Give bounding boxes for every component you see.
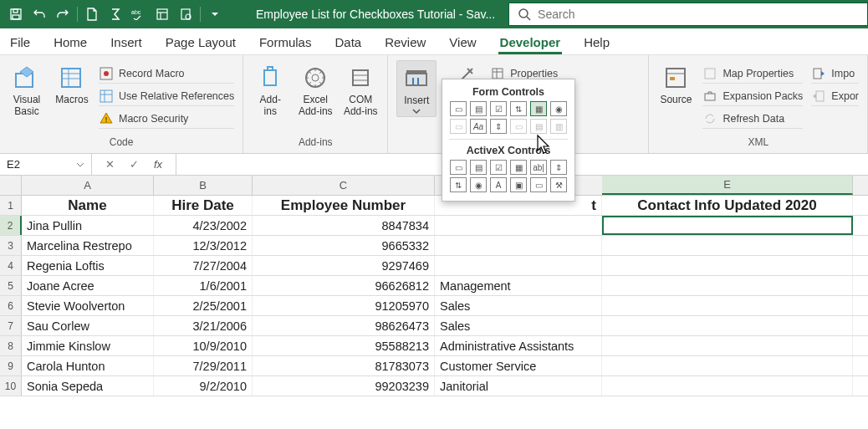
cell[interactable]: 8847834	[253, 216, 435, 235]
ax-checkbox[interactable]: ☑	[490, 160, 507, 175]
cell[interactable]: 98626473	[253, 316, 435, 335]
form-icon[interactable]	[151, 3, 173, 25]
ax-label[interactable]: A	[490, 177, 507, 192]
cell[interactable]	[602, 316, 853, 335]
cell[interactable]: Marcelina Restrepo	[22, 236, 154, 255]
name-box[interactable]: E2	[0, 154, 92, 175]
form-scrollbar-control[interactable]: ⇕	[490, 119, 507, 134]
form-groupbox-control[interactable]: ▭	[450, 119, 467, 134]
form-checkbox-control[interactable]: ☑	[490, 101, 507, 116]
chevron-down-icon[interactable]	[76, 161, 84, 168]
cell[interactable]: Janitorial	[435, 376, 602, 396]
row-header[interactable]: 10	[0, 376, 22, 396]
ax-image[interactable]: ▣	[510, 177, 527, 192]
cell[interactable]: 9297469	[253, 256, 435, 275]
form-combo-list-control[interactable]: ▤	[530, 119, 547, 134]
cell[interactable]: Sonia Sepeda	[22, 376, 154, 396]
cell[interactable]	[435, 236, 602, 255]
cell[interactable]: 12/3/2012	[154, 236, 253, 255]
ax-toggle[interactable]: ▭	[530, 177, 547, 192]
row-header[interactable]: 9	[0, 356, 22, 375]
cell[interactable]: Sales	[435, 296, 602, 315]
cell[interactable]	[435, 216, 602, 235]
tab-page-layout[interactable]: Page Layout	[164, 32, 237, 54]
insert-function-icon[interactable]: fx	[154, 158, 162, 171]
cell[interactable]: Management	[435, 276, 602, 295]
record-macro-button[interactable]: Record Macro	[99, 64, 234, 84]
undo-icon[interactable]	[28, 3, 50, 25]
form-spin-control[interactable]: ⇅	[510, 101, 527, 116]
enter-icon[interactable]: ✓	[130, 158, 139, 171]
row-header[interactable]: 1	[0, 196, 22, 215]
row-header[interactable]: 2	[0, 216, 22, 235]
tab-insert[interactable]: Insert	[109, 32, 144, 54]
cell[interactable]: Customer Service	[435, 356, 602, 375]
col-header-C[interactable]: C	[253, 176, 435, 195]
tab-home[interactable]: Home	[52, 32, 89, 54]
tab-view[interactable]: View	[447, 32, 477, 54]
cell[interactable]: Name	[22, 196, 154, 215]
cell[interactable]: 9/2/2010	[154, 376, 253, 396]
cell[interactable]	[602, 256, 853, 275]
form-combo-dropdown-control[interactable]: ▥	[550, 119, 567, 134]
cell[interactable]: Carola Hunton	[22, 356, 154, 375]
cell[interactable]	[602, 236, 853, 255]
search-box[interactable]	[508, 3, 868, 26]
ax-textbox[interactable]: ab|	[530, 160, 547, 175]
form-option-control[interactable]: ◉	[550, 101, 567, 116]
cell[interactable]: Employee Number	[253, 196, 435, 215]
cell[interactable]	[602, 356, 853, 375]
cell[interactable]: 81783073	[253, 356, 435, 375]
cell[interactable]: 95588213	[253, 336, 435, 355]
col-header-E[interactable]: E	[602, 176, 853, 195]
ax-spin[interactable]: ⇅	[450, 177, 467, 192]
cell[interactable]: 91205970	[253, 296, 435, 315]
row-header[interactable]: 7	[0, 316, 22, 335]
form-button-control[interactable]: ▭	[450, 101, 467, 116]
cell[interactable]: 9665332	[253, 236, 435, 255]
cell[interactable]: 99203239	[253, 376, 435, 396]
ax-combobox[interactable]: ▤	[470, 160, 487, 175]
tab-data[interactable]: Data	[333, 32, 363, 54]
ax-scrollbar[interactable]: ⇕	[550, 160, 567, 175]
cell[interactable]	[602, 296, 853, 315]
tab-review[interactable]: Review	[383, 32, 427, 54]
tab-formulas[interactable]: Formulas	[258, 32, 314, 54]
row-header[interactable]: 5	[0, 276, 22, 295]
cell[interactable]: 3/21/2006	[154, 316, 253, 335]
cell[interactable]: 10/9/2010	[154, 336, 253, 355]
cell[interactable]: 2/25/2001	[154, 296, 253, 315]
search-input[interactable]	[538, 8, 859, 21]
cell[interactable]: Administrative Assistants	[435, 336, 602, 355]
cell[interactable]: Hire Date	[154, 196, 253, 215]
cell[interactable]	[602, 216, 853, 235]
ax-option[interactable]: ◉	[470, 177, 487, 192]
cell[interactable]: 7/27/2004	[154, 256, 253, 275]
autosum-icon[interactable]	[105, 3, 126, 25]
ax-more[interactable]: ⚒	[550, 177, 567, 192]
excel-addins-button[interactable]: Excel Add-ins	[297, 60, 334, 117]
row-header[interactable]: 4	[0, 256, 22, 275]
cell[interactable]: Sau Corlew	[22, 316, 154, 335]
cancel-icon[interactable]: ✕	[105, 158, 115, 171]
tab-file[interactable]: File	[8, 32, 32, 54]
insert-controls-button[interactable]: Insert	[396, 60, 437, 117]
cell[interactable]: 4/23/2002	[154, 216, 253, 235]
save-icon[interactable]	[5, 3, 27, 25]
cell[interactable]	[602, 376, 853, 396]
cell[interactable]: Contact Info Updated 2020	[602, 196, 853, 215]
cell[interactable]	[435, 256, 602, 275]
com-addins-button[interactable]: COM Add-ins	[342, 60, 379, 117]
cell[interactable]: Regenia Loftis	[22, 256, 154, 275]
cell[interactable]: Jimmie Kinslow	[22, 336, 154, 355]
cell[interactable]: Sales	[435, 316, 602, 335]
macro-security-button[interactable]: !Macro Security	[99, 109, 234, 129]
spelling-icon[interactable]: abc	[128, 3, 150, 25]
tab-developer[interactable]: Developer	[498, 32, 563, 54]
import-button[interactable]: Impo	[811, 64, 859, 84]
form-label-control[interactable]: Aa	[470, 119, 487, 134]
expansion-packs-button[interactable]: Expansion Packs	[702, 86, 803, 106]
worksheet-grid[interactable]: A B C D E 1 Name Hire Date Employee Numb…	[0, 176, 868, 396]
form-textfield-control[interactable]: ▭	[510, 119, 527, 134]
select-all-corner[interactable]	[0, 176, 22, 195]
